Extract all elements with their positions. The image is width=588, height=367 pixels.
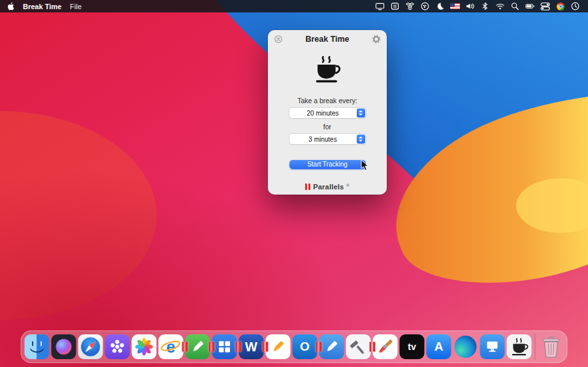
dock-finder[interactable] [25,334,50,359]
dock-wordpad[interactable] [319,334,344,359]
window-title: Break Time [268,30,387,48]
dock-siri[interactable] [52,334,76,359]
duration-select[interactable]: 3 minutes [289,134,366,144]
parallels-shared-badge-icon [263,342,269,352]
take-break-label: Take a break every: [268,97,387,104]
interval-stepper[interactable] [357,108,365,118]
battery-icon[interactable] [525,1,536,11]
dock-apple-tv[interactable]: tv [400,334,425,359]
menu-bar-left: Break Time File [7,2,82,10]
parallels-shared-badge-icon [236,342,242,352]
menubar-file-menu[interactable]: File [70,3,82,10]
do-not-disturb-moon-icon[interactable] [434,1,446,11]
dock-trash[interactable] [539,334,564,359]
interval-value: 20 minutes [307,110,339,117]
dock-photos[interactable] [132,334,157,359]
stepper-down-icon [359,140,363,142]
dock-microsoft-outlook[interactable]: O [293,334,318,359]
volume-icon[interactable] [465,1,476,11]
dock-remote-desktop[interactable] [480,334,505,359]
control-center-icon[interactable] [540,1,551,11]
mouse-cursor [361,159,369,171]
parallels-shared-badge-icon [182,342,188,352]
window-close-button[interactable] [274,35,283,44]
parallels-bars-icon [305,184,310,190]
parallels-icon[interactable] [389,1,400,11]
display-icon[interactable] [374,1,385,11]
dock-microsoft-edge[interactable] [453,334,478,359]
dock-pencil-editor[interactable] [266,334,291,359]
tv-letters: tv [408,342,416,352]
menu-bar-status-area [374,1,581,11]
parallels-shared-badge-icon [209,342,215,352]
siri-orb-icon [56,339,72,355]
stepper-up-icon [359,136,363,138]
dock-separator [535,334,536,360]
outlook-letter: O [300,340,310,354]
edge-orb-icon [455,336,477,358]
dock-app-store[interactable]: A [427,334,451,359]
dock-parallels-toolbox[interactable] [105,334,130,359]
coffee-cup-icon [312,55,342,84]
dock-notepad-windows[interactable] [186,334,210,359]
duration-stepper[interactable] [357,135,365,144]
dock-build-tools[interactable] [346,334,371,359]
input-source-flag-icon[interactable] [449,1,461,11]
apple-menu-icon[interactable] [7,2,14,10]
dock-safari[interactable] [78,334,103,359]
menu-bar: Break Time File [0,0,588,12]
ie-letter: e [167,338,176,356]
chrome-browser-icon[interactable] [555,1,566,11]
brand-text: Parallels [313,183,344,191]
menubar-app-name[interactable]: Break Time [23,3,61,10]
parallels-shared-badge-icon [316,342,322,352]
dropbox-icon[interactable] [404,1,416,11]
spotlight-search-icon[interactable] [510,1,521,11]
stepper-up-icon [359,110,363,112]
wifi-icon[interactable] [495,1,506,11]
dock-paint[interactable] [373,334,398,359]
docker-icon[interactable] [419,1,431,11]
settings-gear-button[interactable] [372,35,381,44]
brand-reg-mark: ® [346,183,349,188]
duration-value: 3 minutes [308,136,336,143]
word-letter: W [245,340,257,355]
dock-break-time[interactable] [507,334,532,359]
interval-select[interactable]: 20 minutes [289,108,366,118]
bluetooth-icon[interactable] [480,1,491,11]
dock: e W O [21,330,568,363]
dock-microsoft-word[interactable]: W [239,334,264,359]
window-titlebar[interactable]: Break Time [268,30,387,47]
desktop: Break Time File [0,0,588,367]
dock-internet-explorer[interactable]: e [159,334,184,359]
appstore-letter: A [434,340,444,354]
stepper-down-icon [359,114,363,116]
clock-icon[interactable] [570,1,581,11]
parallels-shared-badge-icon [370,342,376,352]
for-label: for [268,123,387,131]
dock-windows-apps[interactable] [212,334,237,359]
start-tracking-button[interactable]: Start Tracking [289,160,366,169]
parallels-brand: Parallels ® [268,183,387,191]
